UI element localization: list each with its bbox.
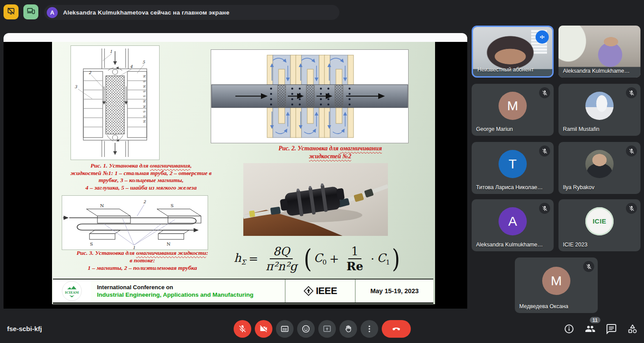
svg-text:4: 4 <box>130 64 133 69</box>
head-loss-formula: hΣ = 8Qπ²n²g ( C0 + 1Re · C1 ) <box>227 240 408 277</box>
participant-tile[interactable]: TТитова Лариса Николае… <box>472 142 554 194</box>
svg-text:3: 3 <box>74 85 78 89</box>
figure3-caption: Рис. 3. Установка для омагничивания жидк… <box>52 249 233 272</box>
svg-text:2: 2 <box>143 200 146 204</box>
whiteboard-off-button[interactable] <box>4 4 19 19</box>
mic-off-icon <box>629 148 635 154</box>
chat-button[interactable] <box>606 324 617 334</box>
participants-panel: Неизвестный абонентAleksandra Kulmukhame… <box>472 26 641 315</box>
participant-tile[interactable]: MМедведева Оксана <box>515 257 598 313</box>
more-options-icon <box>365 324 374 333</box>
svg-text:1: 1 <box>110 49 112 54</box>
participant-name: Ilya Rybakov <box>563 184 595 190</box>
mic-muted-indicator <box>583 261 594 272</box>
logo-avatar: ICIE <box>585 207 614 235</box>
meeting-details-button[interactable] <box>564 324 574 334</box>
conference-dates: May 15-19, 2023 <box>356 280 433 302</box>
mic-off-icon <box>629 205 635 212</box>
present-screen-icon <box>323 324 331 333</box>
end-call-button[interactable] <box>382 320 411 338</box>
svg-text:5: 5 <box>142 60 145 64</box>
meet-app: A Aleksandra Kulmukhametova сейчас на гл… <box>0 0 644 343</box>
mic-muted-indicator <box>539 87 550 98</box>
participant-tile[interactable]: AAleksandra Kulmukhame… <box>472 199 554 251</box>
captions-icon <box>280 324 289 333</box>
call-controls <box>234 320 411 338</box>
main-screen-banner[interactable]: A Aleksandra Kulmukhametova сейчас на гл… <box>44 5 339 20</box>
participant-name: Титова Лариса Николае… <box>476 184 543 190</box>
mic-off-icon <box>542 90 548 96</box>
mic-muted-indicator <box>626 145 637 157</box>
shared-window-titlebar <box>4 33 467 42</box>
participant-name: Aleksandra Kulmukhame… <box>563 68 629 74</box>
ieee-logo: IEEE <box>286 280 355 302</box>
participant-name: George Mariun <box>476 126 513 132</box>
participant-count-badge: 11 <box>590 317 600 323</box>
participant-name: ICIE 2023 <box>563 242 588 248</box>
avatar: T <box>499 150 527 178</box>
svg-text:S: S <box>90 242 93 246</box>
camera-off-icon <box>259 324 268 333</box>
avatar: M <box>542 267 570 295</box>
reactions-button[interactable] <box>297 320 315 338</box>
mic-muted-indicator <box>626 87 637 98</box>
right-panel-controls: 11 <box>564 324 638 334</box>
figure2-caption: Рис. 2. Установка для омагничиванияжидко… <box>244 145 416 160</box>
raise-hand-icon <box>344 324 353 333</box>
participant-tile[interactable]: Ilya Rybakov <box>558 142 640 194</box>
participant-tile[interactable]: Aleksandra Kulmukhame… <box>558 26 640 78</box>
mic-muted-indicator <box>626 203 637 214</box>
presentation-slide: NSNSSNNSSN 1 2 3 4 5 <box>52 42 435 304</box>
devices-icon <box>26 7 35 17</box>
participant-tile[interactable]: MGeorge Mariun <box>472 84 554 136</box>
ieee-diamond-icon <box>303 286 314 296</box>
svg-text:S: S <box>171 203 174 208</box>
svg-text:NSNSSNNSSN: NSNSSNNSSN <box>142 75 146 125</box>
present-screen-button[interactable] <box>318 320 336 338</box>
camera-off-button[interactable] <box>255 320 272 338</box>
slide-footer: ICIEAM International Conference on Indus… <box>53 279 433 304</box>
meeting-code: fse-scbi-kfj <box>7 325 42 332</box>
chat-icon <box>606 324 617 334</box>
svg-text:N: N <box>167 242 171 246</box>
audio-bars-icon <box>539 34 546 41</box>
more-options-button[interactable] <box>361 320 378 338</box>
icieam-logo: ICIEAM <box>53 280 91 302</box>
mic-muted-indicator <box>539 145 550 157</box>
participant-name: Aleksandra Kulmukhame… <box>476 242 543 248</box>
figure1-magnetizer-diagram: NSNSSNNSSN 1 2 3 4 5 <box>71 45 160 160</box>
mic-off-icon <box>629 90 635 96</box>
avatar <box>585 150 614 178</box>
mic-off-icon <box>586 264 592 270</box>
smiley-icon <box>302 324 310 333</box>
people-button[interactable]: 11 <box>585 324 596 334</box>
participant-name: Неизвестный абонент <box>477 67 534 73</box>
captions-button[interactable] <box>276 320 294 338</box>
mic-off-icon <box>542 205 548 212</box>
participant-tile[interactable]: Ramil Mustafin <box>558 84 640 136</box>
mic-off-button[interactable] <box>234 320 251 338</box>
banner-text: Aleksandra Kulmukhametova сейчас на глав… <box>63 9 229 16</box>
activities-button[interactable] <box>627 324 638 334</box>
whiteboard-off-icon <box>7 7 15 17</box>
audio-indicator <box>536 30 549 44</box>
magnetizer-photo <box>243 163 388 236</box>
conference-title-line2: Industrial Engineering, Applications and… <box>97 291 285 298</box>
devices-button[interactable] <box>23 4 38 19</box>
activities-icon <box>627 324 638 334</box>
banner-avatar: A <box>47 7 58 18</box>
people-icon <box>585 324 596 334</box>
conference-title-line1: International Conference on <box>97 284 285 291</box>
figure2-magnetizer-diagram <box>211 49 409 143</box>
avatar: M <box>499 92 527 120</box>
participant-tile[interactable]: ICIEICIE 2023 <box>558 199 640 251</box>
svg-text:ICIEAM: ICIEAM <box>65 291 78 295</box>
participant-tile[interactable]: Неизвестный абонент <box>472 26 554 78</box>
figure3-flow-magnetizer-diagram: N S S N 2 1 <box>62 195 208 250</box>
info-icon <box>564 324 574 334</box>
mic-muted-indicator <box>539 203 550 214</box>
svg-text:N: N <box>100 203 104 208</box>
avatar: A <box>499 207 527 235</box>
participant-name: Ramil Mustafin <box>563 126 599 132</box>
raise-hand-button[interactable] <box>339 320 357 338</box>
